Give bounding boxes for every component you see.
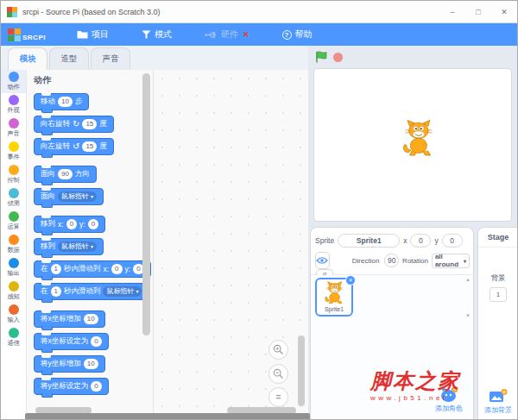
eye-icon bbox=[316, 256, 328, 265]
category-声音[interactable]: 声音 bbox=[1, 116, 26, 140]
bottom-scrollbar-track[interactable] bbox=[25, 413, 310, 420]
category-color-dot bbox=[9, 281, 19, 291]
sprite-name-input[interactable]: Sprite1 bbox=[338, 234, 400, 248]
app-icon bbox=[7, 7, 17, 17]
block-text: 度 bbox=[99, 141, 107, 152]
category-外观[interactable]: 外观 bbox=[1, 93, 26, 116]
palette-block[interactable]: 移动10步 bbox=[34, 93, 89, 110]
palette-block[interactable]: 向右旋转↻15度 bbox=[34, 116, 114, 133]
category-感知[interactable]: 感知 bbox=[1, 279, 26, 303]
backdrop-thumbnail[interactable]: 1 bbox=[490, 287, 507, 302]
category-color-dot bbox=[9, 188, 19, 198]
palette-scrollbar[interactable] bbox=[142, 73, 150, 335]
add-backdrop-button[interactable]: 添加背景 bbox=[484, 388, 512, 415]
delete-sprite-button[interactable]: ✕ bbox=[345, 275, 356, 285]
category-运算[interactable]: 运算 bbox=[1, 210, 26, 233]
menu-item-hardware[interactable]: 硬件 ✕ bbox=[194, 23, 260, 46]
block-dropdown[interactable]: 鼠标指针▾ bbox=[58, 191, 97, 202]
category-输入[interactable]: 输入 bbox=[1, 303, 26, 326]
block-dropdown[interactable]: 鼠标指针▾ bbox=[103, 286, 142, 297]
block-dropdown[interactable]: 鼠标指针▾ bbox=[58, 241, 97, 252]
block-number-input[interactable]: 90 bbox=[58, 169, 73, 179]
palette-block[interactable]: 将y坐标设定为0 bbox=[34, 378, 109, 395]
category-通信[interactable]: 通信 bbox=[1, 326, 26, 349]
category-侦测[interactable]: 侦测 bbox=[1, 186, 26, 210]
category-数据[interactable]: 数据 bbox=[1, 233, 26, 256]
maximize-button[interactable]: □ bbox=[465, 1, 491, 22]
sprite-x-input[interactable]: 0 bbox=[410, 234, 431, 248]
block-number-input[interactable]: 15 bbox=[82, 141, 97, 152]
zoom-reset-icon: = bbox=[276, 392, 281, 402]
block-number-input[interactable]: 0 bbox=[91, 381, 101, 392]
palette-block[interactable]: 将x坐标增加10 bbox=[34, 310, 105, 328]
block-number-input[interactable]: 0 bbox=[91, 336, 101, 347]
category-color-dot bbox=[9, 258, 19, 268]
stage-selector-panel[interactable]: Stage 背景 1 添加背景 bbox=[477, 227, 518, 420]
palette-block[interactable]: 面向90方向 bbox=[34, 166, 97, 183]
hide-sprite-button[interactable]: ø bbox=[316, 269, 333, 275]
sprite-y-input[interactable]: 0 bbox=[442, 234, 463, 248]
zoom-out-button[interactable] bbox=[268, 364, 288, 384]
category-color-dot bbox=[9, 328, 19, 338]
block-number-input[interactable]: 15 bbox=[82, 119, 97, 129]
palette-block[interactable]: 移到鼠标指针▾ bbox=[34, 238, 104, 255]
scripts-canvas[interactable] bbox=[154, 70, 308, 414]
minimize-button[interactable]: – bbox=[439, 1, 465, 22]
menu-item-label: 项目 bbox=[92, 28, 109, 41]
add-sprite-button[interactable]: 添加角色 bbox=[435, 386, 463, 413]
category-事件[interactable]: 事件 bbox=[1, 140, 26, 163]
block-number-input[interactable]: 1 bbox=[51, 286, 61, 297]
block-number-input[interactable]: 0 bbox=[111, 264, 122, 274]
block-text: 在 bbox=[41, 264, 48, 274]
stage-sprite-cat[interactable] bbox=[401, 119, 434, 159]
stage[interactable] bbox=[313, 68, 512, 222]
sprite-panel: Sprite Sprite1 x 0 y 0 Direction 90 Rota… bbox=[310, 227, 474, 420]
zoom-reset-button[interactable]: = bbox=[268, 387, 288, 407]
palette-block[interactable]: 移到x:0y:0 bbox=[34, 216, 105, 233]
tab-sounds[interactable]: 声音 bbox=[91, 47, 130, 70]
rotation-select[interactable]: all around ▾ bbox=[432, 254, 470, 268]
close-button[interactable]: ✕ bbox=[491, 1, 517, 22]
title-bar: srcpi - Source Pi (based on Scratch 3.0)… bbox=[1, 1, 517, 23]
zoom-in-button[interactable] bbox=[268, 340, 288, 360]
stop-button[interactable] bbox=[333, 53, 343, 62]
block-number-input[interactable]: 10 bbox=[84, 359, 98, 369]
block-text: 向右旋转 bbox=[41, 119, 70, 129]
menu-item-help[interactable]: ? 帮助 bbox=[272, 23, 323, 46]
sprite-thumbnail[interactable]: Sprite1 ✕ bbox=[315, 278, 353, 317]
block-number-input[interactable]: 1 bbox=[51, 264, 61, 274]
category-动作[interactable]: 动作 bbox=[1, 70, 26, 93]
palette-block[interactable]: 将x坐标设定为0 bbox=[34, 333, 109, 350]
category-label: 声音 bbox=[7, 129, 19, 138]
menu-item-mode[interactable]: 模式 bbox=[131, 23, 182, 46]
category-color-dot bbox=[9, 141, 19, 152]
block-text: 秒内滑动到 bbox=[64, 264, 101, 274]
category-输出[interactable]: 输出 bbox=[1, 256, 26, 279]
block-number-input[interactable]: 0 bbox=[66, 219, 77, 229]
palette-block[interactable]: 向左旋转↺15度 bbox=[34, 138, 114, 155]
green-flag-button[interactable] bbox=[315, 51, 327, 63]
block-rotate-icon: ↺ bbox=[73, 142, 79, 151]
palette-block[interactable]: 将y坐标增加10 bbox=[34, 355, 105, 373]
y-label: y bbox=[434, 236, 438, 245]
block-number-input[interactable]: 0 bbox=[88, 219, 98, 229]
scroll-up-icon[interactable]: ▲ bbox=[465, 277, 471, 282]
tab-costumes[interactable]: 造型 bbox=[49, 47, 89, 70]
tab-blocks[interactable]: 模块 bbox=[8, 47, 47, 70]
category-控制[interactable]: 控制 bbox=[1, 163, 26, 186]
palette-block[interactable]: 在1秒内滑动到鼠标指针▾ bbox=[34, 283, 148, 300]
menu-item-label: 硬件 bbox=[221, 28, 238, 41]
scripts-v-scrollbar[interactable] bbox=[298, 335, 305, 406]
block-number-input[interactable]: 10 bbox=[58, 97, 73, 107]
usb-icon bbox=[205, 31, 218, 39]
chevron-down-icon: ▾ bbox=[91, 191, 93, 202]
show-sprite-button[interactable] bbox=[315, 252, 330, 269]
block-number-input[interactable]: 10 bbox=[84, 314, 98, 324]
block-text: 在 bbox=[41, 286, 48, 297]
block-text: 步 bbox=[75, 97, 83, 107]
scroll-down-icon[interactable]: ▼ bbox=[465, 313, 471, 318]
menu-item-project[interactable]: 项目 bbox=[66, 23, 119, 46]
palette-block[interactable]: 在1秒内滑动到x:0y:0 bbox=[34, 260, 151, 278]
palette-block[interactable]: 面向鼠标指针▾ bbox=[34, 188, 104, 205]
direction-input[interactable]: 90 bbox=[384, 254, 399, 267]
